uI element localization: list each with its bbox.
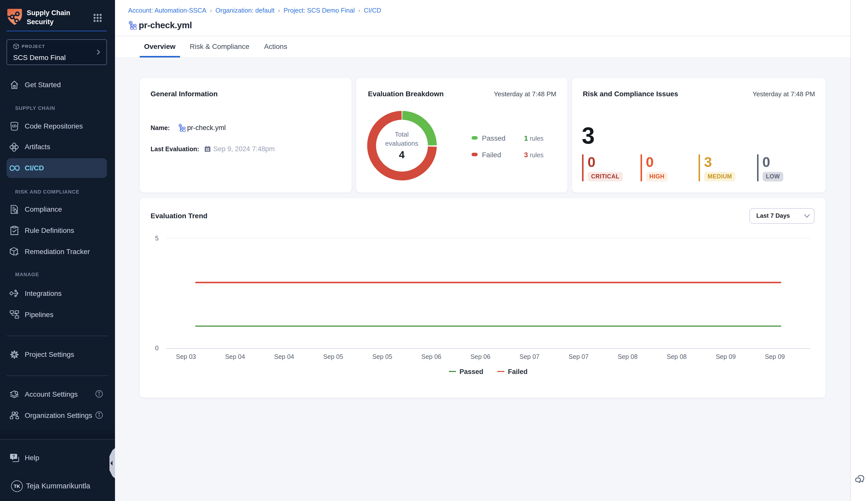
svg-text:?: ? [12, 454, 15, 459]
